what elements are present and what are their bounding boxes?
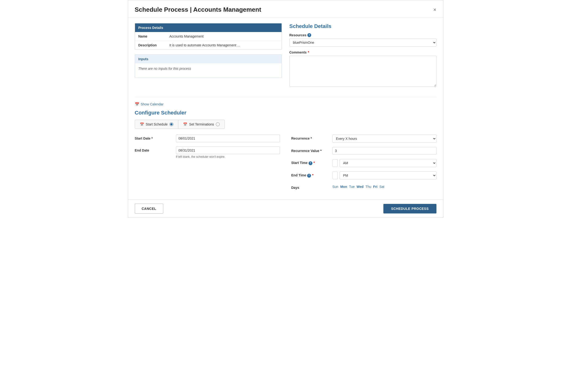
tab-start-schedule[interactable]: 📅 Start Schedule [135,120,179,129]
tab-termination-radio[interactable] [216,122,220,126]
process-details-body: Name Accounts Management Description It … [135,32,282,49]
scheduler-grid: Start Date * End Date If left blank, the… [135,135,436,194]
end-time-input-wrap: AM PM [332,171,436,179]
day-sun[interactable]: Sun [332,185,338,189]
day-tue[interactable]: Tue [349,185,355,189]
main-two-col: Process Details Name Accounts Management… [135,23,436,91]
end-date-hint: If left blank, the scheduler won't expir… [176,155,280,159]
recurrence-select[interactable]: Every X hours Every X minutes Daily Week… [332,135,436,143]
process-description-row: Description It is used to automate Accou… [135,41,282,49]
day-fri[interactable]: Fri [373,185,377,189]
start-date-input[interactable] [176,135,280,142]
scheduler-right: Recurrence * Every X hours Every X minut… [291,135,436,194]
process-name-row: Name Accounts Management [135,32,282,41]
start-time-required: * [314,161,315,165]
description-value: It is used to automate Accounts Manageme… [170,43,240,47]
name-value: Accounts Management [170,34,204,38]
day-wed[interactable]: Wed [357,185,364,189]
inputs-body: There are no Inputs for this process [135,63,282,78]
end-date-input[interactable] [176,146,280,154]
days-label: Days [291,184,329,189]
end-time-fields: AM PM [332,171,436,179]
inputs-section: Inputs There are no Inputs for this proc… [135,55,282,78]
start-time-input[interactable] [332,159,338,167]
modal-footer: CANCEL SCHEDULE PROCESS [128,200,443,218]
recurrence-value-label: Recurrence Value * [291,147,329,153]
left-panel: Process Details Name Accounts Management… [135,23,282,91]
configure-scheduler-title: Configure Scheduler [135,110,436,116]
inputs-empty-text: There are no Inputs for this process [138,67,191,71]
start-time-label: Start Time ? * [291,159,329,165]
comments-required: * [308,50,309,54]
recurrence-label: Recurrence * [291,135,329,140]
resources-group: Resources ? bluePrismOne bluePrismTwo bl… [289,33,436,47]
comments-group: Comments * [289,50,436,87]
divider [135,97,436,97]
end-time-label: End Time ? * [291,171,329,178]
name-label: Name [138,34,170,38]
start-time-help-icon: ? [309,161,312,165]
process-details-table: Process Details Name Accounts Management… [135,23,282,50]
recurrence-row: Recurrence * Every X hours Every X minut… [291,135,436,143]
resources-label: Resources ? [289,33,436,37]
tab-start-label: Start Schedule [146,122,168,126]
tab-start-radio[interactable] [170,122,173,126]
end-time-help-icon: ? [307,174,311,178]
end-time-required: * [312,173,313,177]
recurrence-input-wrap: Every X hours Every X minutes Daily Week… [332,135,436,143]
day-thu[interactable]: Thu [365,185,371,189]
comments-label: Comments * [289,50,436,54]
description-label: Description [138,43,170,47]
recurrence-value-row: Recurrence Value * [291,147,436,155]
schedule-process-button[interactable]: SCHEDULE PROCESS [383,204,436,213]
scheduler-tabs: 📅 Start Schedule 📅 Set Terminations [135,120,436,129]
days-row: Days Sun Mon Tue Wed Thu Fri Sat [291,184,436,189]
close-button[interactable]: × [433,7,436,13]
start-time-input-wrap: AM PM [332,159,436,167]
end-date-row: End Date If left blank, the scheduler wo… [135,146,280,159]
days-input-wrap: Sun Mon Tue Wed Thu Fri Sat [332,184,436,189]
modal-header: Schedule Process | Accounts Management × [128,0,443,17]
resources-select[interactable]: bluePrismOne bluePrismTwo bluePrismThree [289,39,436,47]
start-date-row: Start Date * [135,135,280,142]
right-panel: Schedule Details Resources ? bluePrismOn… [289,23,436,91]
tab-termination-label: Set Terminations [189,122,214,126]
start-date-label: Start Date * [135,135,173,140]
show-calendar-link[interactable]: 📅 Show Calendar [135,102,164,106]
days-row-content: Sun Mon Tue Wed Thu Fri Sat [332,184,436,189]
process-details-header: Process Details [135,23,282,32]
modal-body: Process Details Name Accounts Management… [128,17,443,200]
end-time-input[interactable] [332,172,338,179]
schedule-details-title: Schedule Details [289,23,436,29]
schedule-modal: Schedule Process | Accounts Management ×… [128,0,443,218]
day-mon[interactable]: Mon [340,185,347,189]
show-calendar-label: Show Calendar [141,102,164,106]
start-date-input-wrap [176,135,280,142]
end-time-ampm-select[interactable]: AM PM [340,171,436,179]
calendar-icon: 📅 [135,102,139,106]
comments-textarea[interactable] [289,56,436,87]
tab-set-terminations[interactable]: 📅 Set Terminations [178,120,225,129]
day-sat[interactable]: Sat [379,185,384,189]
end-time-row: End Time ? * AM PM [291,171,436,179]
start-time-row: Start Time ? * AM PM [291,159,436,167]
show-calendar-row: 📅 Show Calendar [135,102,436,108]
tab-start-icon: 📅 [140,122,144,126]
inputs-header: Inputs [135,55,282,63]
end-date-label: End Date [135,146,173,152]
cancel-button[interactable]: CANCEL [135,204,163,214]
recurrence-value-input[interactable] [332,147,436,155]
start-time-fields: AM PM [332,159,436,167]
modal-title: Schedule Process | Accounts Management [135,6,261,13]
recurrence-value-input-wrap [332,147,436,155]
scheduler-left: Start Date * End Date If left blank, the… [135,135,280,194]
tab-termination-icon: 📅 [183,122,187,126]
end-date-input-wrap: If left blank, the scheduler won't expir… [176,146,280,159]
start-time-ampm-select[interactable]: AM PM [340,159,436,167]
resources-help-icon: ? [307,33,311,37]
